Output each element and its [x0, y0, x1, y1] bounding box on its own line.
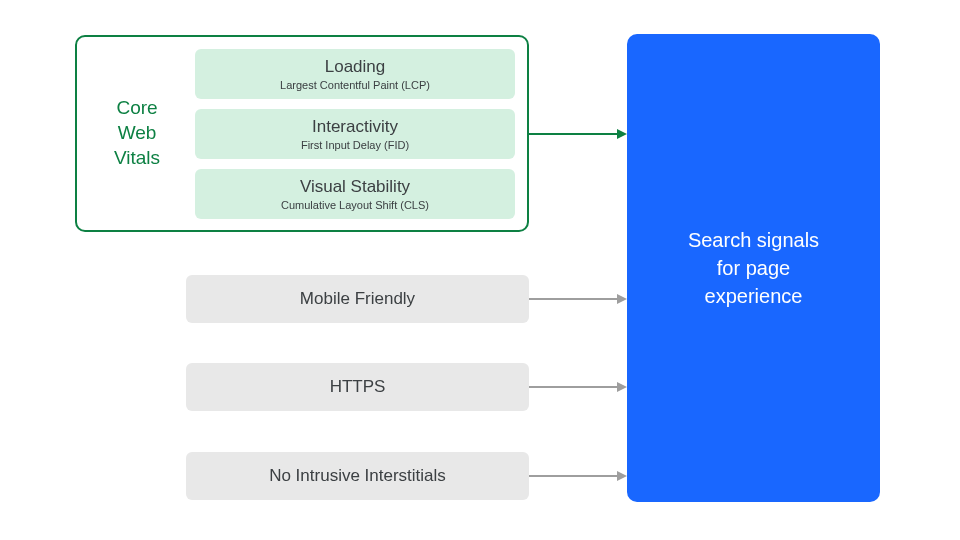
- svg-marker-1: [617, 129, 627, 139]
- svg-marker-5: [617, 382, 627, 392]
- signal-no-interstitials: No Intrusive Interstitials: [186, 452, 529, 500]
- target-line1: Search signals: [688, 226, 819, 254]
- signal-https: HTTPS: [186, 363, 529, 411]
- search-signals-panel: Search signals for page experience: [627, 34, 880, 502]
- cwv-item-subtitle: Cumulative Layout Shift (CLS): [195, 199, 515, 211]
- target-line3: experience: [688, 282, 819, 310]
- cwv-item-title: Visual Stability: [195, 177, 515, 197]
- cwv-item-subtitle: First Input Delay (FID): [195, 139, 515, 151]
- cwv-item-subtitle: Largest Contentful Paint (LCP): [195, 79, 515, 91]
- svg-marker-7: [617, 471, 627, 481]
- cwv-item-visual-stability: Visual Stability Cumulative Layout Shift…: [195, 169, 515, 219]
- cwv-label-line2: Web: [87, 121, 187, 146]
- signal-label: HTTPS: [330, 377, 386, 397]
- cwv-label-line1: Core: [87, 96, 187, 121]
- core-web-vitals-group: Core Web Vitals Loading Largest Contentf…: [75, 35, 529, 232]
- cwv-metrics-list: Loading Largest Contentful Paint (LCP) I…: [195, 49, 515, 219]
- core-web-vitals-label: Core Web Vitals: [87, 96, 187, 170]
- cwv-item-title: Interactivity: [195, 117, 515, 137]
- signal-label: No Intrusive Interstitials: [269, 466, 446, 486]
- cwv-label-line3: Vitals: [87, 146, 187, 171]
- signal-mobile-friendly: Mobile Friendly: [186, 275, 529, 323]
- cwv-item-title: Loading: [195, 57, 515, 77]
- cwv-item-loading: Loading Largest Contentful Paint (LCP): [195, 49, 515, 99]
- arrow-interstitials-to-panel: [529, 469, 627, 483]
- search-signals-text: Search signals for page experience: [688, 226, 819, 310]
- cwv-item-interactivity: Interactivity First Input Delay (FID): [195, 109, 515, 159]
- target-line2: for page: [688, 254, 819, 282]
- signal-label: Mobile Friendly: [300, 289, 415, 309]
- svg-marker-3: [617, 294, 627, 304]
- arrow-cwv-to-panel: [529, 127, 627, 141]
- arrow-mobile-to-panel: [529, 292, 627, 306]
- arrow-https-to-panel: [529, 380, 627, 394]
